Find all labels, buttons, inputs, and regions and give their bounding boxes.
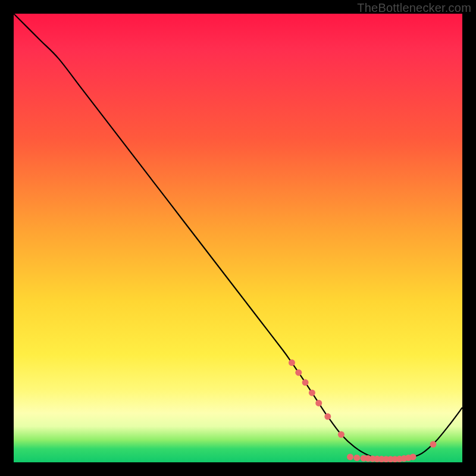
curve-marker: [410, 453, 416, 460]
bottleneck-curve: [14, 14, 462, 460]
curve-marker: [387, 456, 394, 462]
curve-markers: [289, 359, 437, 462]
curve-marker: [365, 455, 371, 462]
curve-marker: [430, 441, 436, 447]
curve-marker: [295, 369, 302, 376]
curve-marker: [315, 400, 322, 406]
curve-marker: [374, 456, 380, 462]
curve-svg: [14, 14, 462, 462]
curve-marker: [289, 359, 295, 366]
curve-marker: [347, 453, 353, 460]
curve-marker: [405, 455, 412, 461]
curve-marker: [392, 456, 398, 462]
curve-marker: [302, 379, 309, 386]
chart-frame: TheBottlenecker.com: [0, 0, 476, 476]
curve-marker: [378, 456, 385, 462]
curve-marker: [361, 455, 367, 462]
curve-marker: [383, 456, 389, 462]
curve-marker: [324, 414, 331, 420]
watermark-text: TheBottlenecker.com: [357, 1, 471, 15]
curve-marker: [309, 390, 315, 396]
curve-marker: [400, 455, 407, 462]
curve-marker: [338, 431, 345, 438]
curve-marker: [369, 455, 376, 462]
curve-marker: [396, 456, 403, 462]
curve-marker: [353, 455, 360, 461]
gradient-plot-area: [14, 14, 462, 462]
